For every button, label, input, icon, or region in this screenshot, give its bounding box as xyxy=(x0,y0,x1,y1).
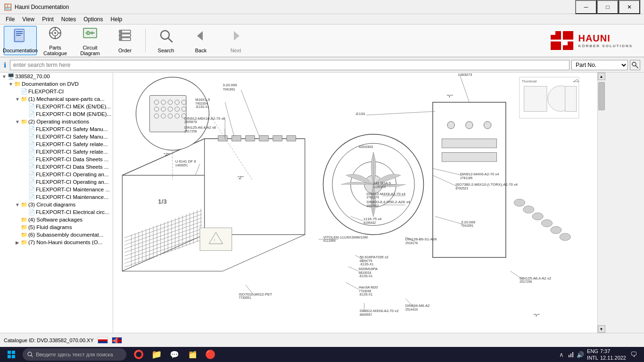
svg-text:141 DSA 6: 141 DSA 6 xyxy=(373,181,391,185)
expand-nonhauni[interactable]: ▶ xyxy=(14,240,21,245)
expand-mech[interactable]: ▼ xyxy=(14,97,21,102)
taskbar-app3[interactable]: 💬 xyxy=(166,348,183,361)
tree-node-elec[interactable]: 📄 FLEXPORT-CI Electrical circ... xyxy=(0,208,113,216)
content-area[interactable]: ! xyxy=(113,73,597,333)
tree-node-subassy[interactable]: 📁 (6) Subassembly documentat... xyxy=(0,231,113,239)
tree-node-safe1[interactable]: 📄 FLEXPORT-CI Safety Manu... xyxy=(0,125,113,133)
svg-text:DIN125-A6,4-A2 x2: DIN125-A6,4-A2 x2 xyxy=(520,276,551,280)
svg-marker-27 xyxy=(234,31,239,41)
menu-notes[interactable]: Notes xyxy=(58,15,80,24)
software-label: (4) Software packages xyxy=(28,217,83,222)
svg-text:U 6141 DF 9: U 6141 DF 9 xyxy=(175,159,196,164)
svg-point-91 xyxy=(532,213,543,220)
menu-print[interactable]: Print xyxy=(38,15,58,24)
tree-node-opinstr[interactable]: ▼ 📁 (2) Operating instructions xyxy=(0,118,113,125)
menu-view[interactable]: View xyxy=(18,15,38,24)
next-label: Next xyxy=(231,48,241,53)
expand-circuit[interactable]: ▼ xyxy=(14,202,21,207)
opman1-label: FLEXPORT-CI Operating an... xyxy=(36,172,108,177)
toolbar: Documentation Parts Catalogue xyxy=(0,25,644,58)
svg-text:2519178: 2519178 xyxy=(405,241,418,245)
vertical-scrollbar[interactable]: ▲ ▼ xyxy=(597,73,605,333)
order-label: Order xyxy=(118,48,132,53)
tree-node-software[interactable]: 📁 (4) Software packages xyxy=(0,216,113,223)
expand-dvd[interactable]: ▼ xyxy=(8,82,14,87)
toolbar-back[interactable]: Back xyxy=(184,26,217,55)
svg-text:1116-75 x4: 1116-75 x4 xyxy=(363,217,382,221)
tree-node-data1[interactable]: 📄 FLEXPORT-CI Data Sheets ... xyxy=(0,156,113,163)
svg-text:!: ! xyxy=(214,238,215,242)
searchbar: ℹ Part No. Description All xyxy=(0,58,644,73)
toolbar-search[interactable]: Search xyxy=(149,26,182,55)
svg-text:DIN912-M6X16-A2-70 x8: DIN912-M6X16-A2-70 x8 xyxy=(184,116,225,121)
menu-file[interactable]: File xyxy=(2,15,18,24)
tree-node-dvd[interactable]: ▼ 📁 Documentation on DVD xyxy=(0,80,113,88)
svg-line-202 xyxy=(31,355,33,357)
expand-opinstr[interactable]: ▼ xyxy=(14,119,21,124)
tree-node-nonhauni[interactable]: ▶ 📁 (7) Non-Hauni documents (O... xyxy=(0,239,113,246)
svg-text:"Z": "Z" xyxy=(237,175,243,180)
svg-text:8609557: 8609557 xyxy=(360,313,372,316)
tree-node-mek[interactable]: 📄 FLEXPORT-CI MEK (EN/DE)... xyxy=(0,103,113,110)
tree-node-flexport[interactable]: 📄 FLEXPORT-CI xyxy=(0,88,113,95)
svg-text:1483051: 1483051 xyxy=(175,164,188,167)
tray-up-arrow[interactable]: ∧ xyxy=(558,351,565,358)
system-tray: ∧ 🔊 ENG 7:37 INTL 12.11.2022 🗨 xyxy=(554,348,642,362)
maximize-button[interactable]: □ xyxy=(597,0,619,14)
minimize-button[interactable]: ─ xyxy=(575,0,597,14)
tree-node-maint2[interactable]: 📄 FLEXPORT-CI Maintenance... xyxy=(0,193,113,201)
search-submit-button[interactable] xyxy=(630,60,640,70)
tree-node-opman1[interactable]: 📄 FLEXPORT-CI Operating an... xyxy=(0,171,113,178)
titlebar: 🪟 Hauni Documentation ─ □ ✕ xyxy=(0,0,644,14)
toolbar-parts-catalogue[interactable]: Parts Catalogue xyxy=(39,26,72,55)
expand-root[interactable]: ▼ xyxy=(1,74,8,79)
taskbar-opera-app[interactable]: ⭕ xyxy=(130,348,147,361)
order-icon xyxy=(117,28,132,47)
scroll-down-button[interactable]: ▼ xyxy=(598,325,605,333)
svg-text:2505878: 2505878 xyxy=(184,120,197,123)
data2-icon: 📄 xyxy=(28,164,35,170)
tree-node-circuit[interactable]: ▼ 📁 (3) Circuit diagrams xyxy=(0,201,113,208)
data1-label: FLEXPORT-CI Data Sheets ... xyxy=(36,156,108,162)
svg-text:2781174: 2781174 xyxy=(366,196,379,199)
scroll-up-button[interactable]: ▲ xyxy=(598,73,605,80)
tree-node-safe4[interactable]: 📄 FLEXPORT-CI Safety relate... xyxy=(0,148,113,156)
tree-node-root[interactable]: ▼ 🖥️ 338582_70.00 xyxy=(0,73,113,80)
tree-node-opman2[interactable]: 📄 FLEXPORT-CI Operating an... xyxy=(0,178,113,186)
catalogue-id: Catalogue ID: DVD.338582_070.00.XY xyxy=(4,337,94,343)
taskbar-hauni-app[interactable]: 🗂️ xyxy=(184,348,201,361)
tree-node-safe2[interactable]: 📄 FLEXPORT-CI Safety Manu... xyxy=(0,133,113,140)
close-button[interactable]: ✕ xyxy=(619,0,640,14)
taskbar-app5[interactable]: 🔴 xyxy=(202,348,219,361)
svg-line-25 xyxy=(168,38,172,42)
toolbar-next[interactable]: Next xyxy=(219,26,252,55)
svg-rect-87 xyxy=(442,139,496,148)
search-input[interactable] xyxy=(10,60,570,70)
start-button[interactable] xyxy=(2,348,21,361)
toolbar-circuit-diagram[interactable]: Circuit Diagram xyxy=(74,26,107,55)
svg-text:3.20.069: 3.20.069 xyxy=(461,220,475,224)
tree-node-data2[interactable]: 📄 FLEXPORT-CI Data Sheets ... xyxy=(0,163,113,171)
svg-point-89 xyxy=(514,199,525,206)
tree-node-safe3[interactable]: 📄 FLEXPORT-CI Safety relate... xyxy=(0,140,113,148)
toolbar-documentation[interactable]: Documentation xyxy=(4,26,37,55)
taskbar-search-box[interactable]: Введите здесь текст для поиска xyxy=(23,348,126,361)
tree-node-bom[interactable]: 📄 FLEXPORT-CI BOM (EN/DE)... xyxy=(0,110,113,118)
svg-rect-19 xyxy=(119,30,122,33)
svg-text:Han3A M20: Han3A M20 xyxy=(359,285,378,289)
menu-options[interactable]: Options xyxy=(80,15,107,24)
tree-node-mech[interactable]: ▼ 📁 (1) Mechanical spare-parts ca... xyxy=(0,95,113,103)
tray-network-icon[interactable] xyxy=(567,351,575,358)
scroll-thumb[interactable] xyxy=(598,82,605,110)
svg-rect-33 xyxy=(563,41,568,45)
toolbar-order[interactable]: Order xyxy=(108,26,141,55)
svg-text:2517256: 2517256 xyxy=(520,280,532,283)
svg-text:DIN912-M4X8-A2-70 x4: DIN912-M4X8-A2-70 x4 xyxy=(366,192,405,196)
notification-button[interactable]: 🗨 xyxy=(629,350,638,359)
tray-volume-icon[interactable]: 🔊 xyxy=(577,351,584,358)
tree-node-fluid[interactable]: 📁 (5) Fluid diagrams xyxy=(0,223,113,231)
tree-node-maint1[interactable]: 📄 FLEXPORT-CI Maintenance ... xyxy=(0,186,113,193)
taskbar-files-app[interactable]: 📁 xyxy=(148,348,165,361)
menu-help[interactable]: Help xyxy=(107,15,126,24)
search-type-dropdown[interactable]: Part No. Description All xyxy=(571,60,628,70)
